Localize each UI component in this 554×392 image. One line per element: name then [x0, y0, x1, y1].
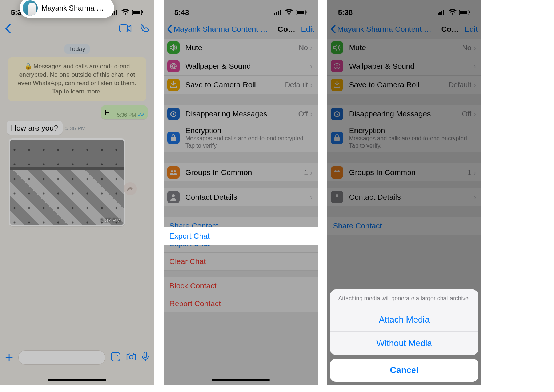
screenshot-export-sheet: 5:38 Mayank Sharma Content Writer Con...…	[327, 0, 481, 385]
chevron-right-icon: ›	[310, 168, 313, 177]
message-text: How are you?	[11, 124, 58, 132]
mute-cell[interactable]: MuteNo›	[327, 39, 481, 57]
outgoing-message[interactable]: Hi 5:36 PM✓✓	[101, 105, 148, 119]
chevron-right-icon: ›	[310, 43, 313, 52]
groups-icon	[167, 166, 180, 179]
chevron-right-icon: ›	[310, 193, 313, 201]
image-thumbnail	[10, 140, 124, 225]
groups-cell[interactable]: Groups In Common1›	[327, 163, 481, 181]
lock-icon: 🔒	[24, 63, 32, 71]
svg-rect-7	[120, 25, 128, 32]
video-call-icon[interactable]	[119, 24, 132, 35]
edit-button[interactable]: Edit	[301, 25, 314, 33]
svg-rect-25	[438, 13, 439, 15]
svg-rect-17	[306, 11, 307, 13]
svg-rect-11	[274, 13, 275, 15]
contact-header-chip[interactable]: Mayank Sharma Co...	[20, 0, 114, 18]
attach-media-button[interactable]: Attach Media	[330, 308, 478, 331]
chat-body: Today 🔒Messages and calls are end-to-end…	[0, 39, 154, 228]
contact-details-cell[interactable]: Contact Details›	[327, 188, 481, 206]
speaker-icon	[331, 41, 343, 54]
battery-icon	[459, 10, 470, 15]
svg-rect-6	[142, 11, 143, 13]
settings-group-4: Contact Details›	[164, 188, 318, 206]
cancel-button[interactable]: Cancel	[330, 359, 478, 382]
svg-rect-3	[116, 10, 117, 15]
share-contact-row[interactable]: Share Contact	[327, 217, 481, 235]
block-contact-row[interactable]: Block Contact	[164, 277, 318, 295]
wallpaper-cell[interactable]: Wallpaper & Sound›	[164, 57, 318, 76]
settings-nav: Mayank Sharma Content Writer Con... Edit	[327, 20, 481, 39]
svg-point-32	[334, 63, 340, 69]
message-time: 5:36 PM	[117, 112, 136, 118]
encryption-cell[interactable]: EncryptionMessages and calls are end-to-…	[327, 123, 481, 152]
settings-group-3: Groups In Common1›	[164, 163, 318, 181]
settings-group-2: Disappearing MessagesOff› EncryptionMess…	[164, 105, 318, 152]
svg-point-38	[336, 194, 338, 197]
back-button[interactable]: Mayank Sharma Content Writer	[167, 25, 275, 33]
composer: +	[0, 347, 154, 368]
signal-icon	[274, 10, 282, 15]
disappearing-cell[interactable]: Disappearing MessagesOff›	[327, 105, 481, 123]
signal-icon	[438, 10, 446, 15]
edit-button[interactable]: Edit	[465, 25, 478, 33]
svg-rect-13	[278, 11, 279, 15]
svg-rect-35	[334, 137, 340, 141]
chevron-right-icon: ›	[310, 62, 313, 71]
export-chat-highlight[interactable]: Export Chat	[164, 227, 318, 245]
message-input[interactable]	[18, 350, 105, 365]
nav-title: Con...	[441, 25, 462, 33]
groups-icon	[331, 166, 343, 179]
wallpaper-cell[interactable]: Wallpaper & Sound›	[327, 57, 481, 76]
wifi-icon	[285, 9, 293, 15]
incoming-message[interactable]: How are you? 5:36 PM	[7, 121, 63, 135]
svg-point-37	[337, 170, 340, 172]
encryption-notice[interactable]: 🔒Messages and calls are end-to-end encry…	[8, 57, 146, 101]
wallpaper-icon	[167, 60, 180, 72]
screenshot-contact-info: 5:43 Mayank Sharma Content Writer Con...…	[164, 0, 318, 385]
voice-call-icon[interactable]	[140, 24, 150, 35]
save-camera-roll-cell[interactable]: Save to Camera RollDefault›	[164, 76, 318, 94]
battery-icon	[296, 10, 307, 15]
report-contact-row[interactable]: Report Contact	[164, 295, 318, 312]
svg-rect-30	[460, 11, 467, 14]
svg-point-33	[336, 65, 338, 67]
status-bar: 5:38	[327, 0, 481, 20]
svg-rect-27	[441, 11, 442, 15]
home-indicator	[212, 379, 270, 381]
attach-icon[interactable]: +	[5, 350, 13, 365]
encryption-text: Messages and calls are end-to-end encryp…	[18, 63, 136, 95]
status-time: 5:43	[174, 8, 189, 17]
timer-icon	[167, 108, 180, 120]
camera-icon[interactable]	[126, 352, 137, 363]
home-indicator	[48, 379, 106, 381]
svg-rect-12	[276, 12, 277, 15]
mic-icon[interactable]	[142, 351, 149, 364]
chevron-right-icon: ›	[310, 109, 313, 118]
svg-rect-14	[280, 10, 281, 15]
incoming-image-message[interactable]: 5:37 PM	[9, 138, 125, 226]
message-time: 5:37 PM	[100, 217, 121, 223]
clear-chat-row[interactable]: Clear Chat	[164, 253, 318, 271]
back-label: Mayank Sharma Content Writer	[337, 25, 438, 33]
contact-details-cell[interactable]: Contact Details›	[164, 188, 318, 206]
download-icon	[167, 79, 180, 91]
svg-rect-28	[443, 10, 444, 15]
svg-rect-26	[439, 12, 441, 15]
nav-title: Con...	[278, 25, 298, 33]
person-icon	[331, 191, 343, 203]
disappearing-cell[interactable]: Disappearing MessagesOff›	[164, 105, 318, 123]
sticker-icon[interactable]	[111, 352, 121, 363]
back-button[interactable]: Mayank Sharma Content Writer	[331, 25, 438, 33]
groups-cell[interactable]: Groups In Common1›	[164, 163, 318, 181]
read-ticks-icon: ✓✓	[137, 112, 144, 118]
mute-cell[interactable]: MuteNo›	[164, 39, 318, 57]
without-media-button[interactable]: Without Media	[330, 331, 478, 355]
encryption-cell[interactable]: EncryptionMessages and calls are end-to-…	[164, 123, 318, 152]
save-camera-roll-cell[interactable]: Save to Camera RollDefault›	[327, 76, 481, 94]
contact-name: Mayank Sharma Co...	[41, 4, 108, 12]
back-icon[interactable]	[5, 24, 11, 35]
person-icon	[167, 191, 180, 203]
forward-icon[interactable]	[124, 182, 137, 195]
svg-rect-8	[111, 352, 120, 361]
